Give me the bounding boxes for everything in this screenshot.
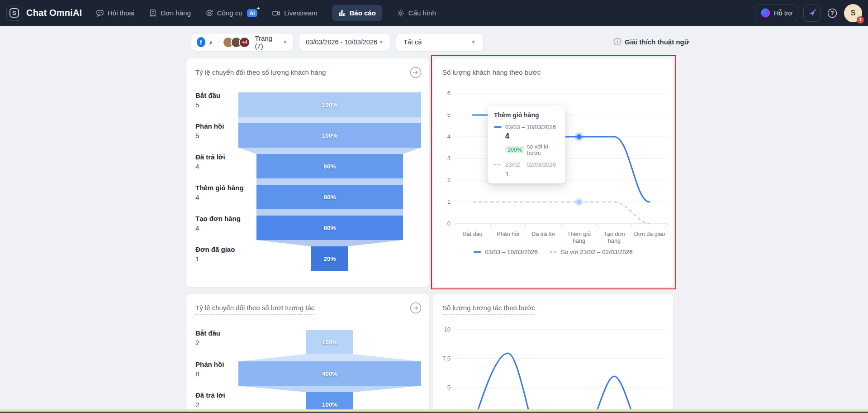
support-button[interactable]: Hỗ trợ bbox=[755, 5, 798, 21]
funnel-step-label: Thêm giỏ hàng4 bbox=[195, 184, 244, 201]
tooltip-previous-value: 1 bbox=[505, 170, 559, 178]
svg-text:10: 10 bbox=[444, 326, 451, 333]
page-selector[interactable]: f ♪ +4 Trang (7) ▼ bbox=[191, 33, 294, 51]
date-range-selector[interactable]: 03/03/2026 - 10/03/2026 ▼ bbox=[299, 33, 390, 51]
svg-text:3: 3 bbox=[447, 155, 451, 162]
funnel-bar[interactable]: 20% bbox=[311, 246, 348, 271]
current-period-marker bbox=[577, 134, 582, 139]
svg-text:6: 6 bbox=[447, 90, 451, 96]
svg-text:Tạo đơn: Tạo đơn bbox=[603, 231, 625, 237]
card-line-customers: Số lượng khách hàng theo bước 6 5 4 3 2 … bbox=[433, 58, 674, 288]
svg-text:Thêm giỏ: Thêm giỏ bbox=[567, 231, 591, 237]
solid-line-swatch bbox=[474, 251, 481, 253]
send-plane-button[interactable] bbox=[803, 5, 821, 22]
card-title: Tỷ lệ chuyển đổi theo số lượng khách hàn… bbox=[195, 68, 326, 79]
nav-item-reports[interactable]: Báo cáo bbox=[332, 5, 382, 21]
funnel-bar[interactable]: 100% bbox=[238, 92, 421, 117]
legend-previous[interactable]: So với:23/02 – 02/03/2026 bbox=[550, 249, 633, 255]
svg-text:Bắt đầu: Bắt đầu bbox=[463, 231, 482, 237]
funnel-bar[interactable]: 100% bbox=[238, 123, 421, 148]
svg-text:Đơn đã giao: Đơn đã giao bbox=[634, 231, 665, 237]
current-period-line bbox=[473, 353, 650, 413]
funnel-step-label: Đã trả lời2 bbox=[195, 391, 225, 408]
info-icon bbox=[613, 38, 621, 46]
chevron-down-icon: ▼ bbox=[283, 39, 288, 45]
top-nav: S Chat OmniAI Hội thoại Đơn hàng Công cụ… bbox=[0, 0, 868, 26]
svg-text:0: 0 bbox=[447, 220, 451, 227]
date-range-value: 03/03/2026 - 10/03/2026 bbox=[306, 38, 377, 46]
svg-text:?: ? bbox=[830, 10, 834, 16]
nav-right-cluster: Hỗ trợ ? S 1 bbox=[755, 0, 862, 26]
previous-period-marker bbox=[577, 200, 581, 204]
bar-chart-icon bbox=[338, 9, 346, 17]
nav-item-conversations[interactable]: Hội thoại bbox=[96, 9, 134, 17]
notification-badge: 1 bbox=[857, 16, 864, 24]
receipt-icon bbox=[149, 9, 157, 17]
funnel-step-label: Phản hồi5 bbox=[195, 122, 224, 139]
funnel-step-label: Bắt đầu2 bbox=[195, 329, 220, 346]
svg-text:hàng: hàng bbox=[573, 238, 585, 244]
page-avatars: +4 bbox=[223, 37, 250, 48]
ai-badge: AI✦ bbox=[247, 9, 258, 17]
sparkle-icon: ✦ bbox=[256, 6, 260, 11]
nav-item-orders[interactable]: Đơn hàng bbox=[149, 9, 191, 17]
open-detail-arrow-icon[interactable] bbox=[410, 302, 422, 314]
question-icon: ? bbox=[827, 8, 838, 19]
channel-selector[interactable]: Tất cả ▼ bbox=[396, 33, 484, 51]
page-avatar-more: +4 bbox=[239, 37, 250, 48]
card-funnel-customers: Tỷ lệ chuyển đổi theo số lượng khách hàn… bbox=[186, 58, 429, 288]
chat-icon bbox=[96, 9, 104, 17]
funnel-step-label: Bắt đầu5 bbox=[195, 91, 220, 109]
main-menu: Hội thoại Đơn hàng Công cụ AI✦ Livestrea… bbox=[96, 0, 436, 26]
tools-sync-icon bbox=[205, 9, 213, 17]
legend-current[interactable]: 03/03 – 10/03/2026 bbox=[474, 249, 537, 255]
user-avatar[interactable]: S 1 bbox=[844, 4, 862, 22]
tiktok-icon: ♪ bbox=[207, 37, 215, 47]
app-logo[interactable]: S bbox=[6, 5, 22, 21]
delta-badge: 300% bbox=[505, 146, 524, 154]
tooltip-step: Thêm giỏ hàng bbox=[494, 111, 559, 119]
page-selector-label: Trang (7) bbox=[255, 34, 278, 50]
nav-item-livestream[interactable]: Livestream bbox=[272, 9, 317, 17]
tooltip-delta: 300%so với kì trước bbox=[505, 144, 559, 156]
card-line-interactions: Số lượng tương tác theo bước 10 7.5 5 bbox=[433, 293, 674, 413]
paper-plane-icon bbox=[807, 9, 816, 18]
help-button[interactable]: ? bbox=[825, 6, 839, 20]
funnel-step-label: Đã trả lời4 bbox=[195, 153, 225, 170]
funnel-step-label: Đơn đã giao1 bbox=[195, 245, 235, 263]
funnel-step-label: Tạo đơn hàng4 bbox=[195, 215, 241, 232]
svg-text:Phản hồi: Phản hồi bbox=[497, 231, 519, 237]
facebook-icon: f bbox=[197, 37, 205, 47]
chart-legend: 03/03 – 10/03/2026 So với:23/02 – 02/03/… bbox=[433, 249, 673, 255]
tooltip-current-value: 4 bbox=[505, 132, 559, 140]
previous-period-line bbox=[473, 202, 650, 224]
svg-text:1: 1 bbox=[447, 198, 451, 205]
funnel-bar[interactable]: 80% bbox=[256, 216, 403, 240]
funnel-bar[interactable]: 100% bbox=[306, 330, 353, 354]
dashed-line-swatch bbox=[494, 164, 502, 165]
open-detail-arrow-icon[interactable] bbox=[410, 67, 422, 78]
interactions-line-chart: 10 7.5 5 bbox=[433, 294, 674, 413]
card-title: Tỷ lệ chuyển đổi theo số lượt tương tác bbox=[195, 304, 314, 315]
funnel-step-label: Phản hồi8 bbox=[195, 360, 224, 378]
svg-text:5: 5 bbox=[447, 384, 451, 391]
nav-item-tools[interactable]: Công cụ AI✦ bbox=[205, 9, 257, 17]
svg-text:hàng: hàng bbox=[608, 238, 621, 244]
chart-tooltip: Thêm giỏ hàng 03/03 – 10/03/2026 4 300%s… bbox=[488, 106, 565, 183]
app-title: Chat OmniAI bbox=[26, 0, 82, 26]
svg-text:4: 4 bbox=[447, 133, 451, 140]
svg-text:5: 5 bbox=[447, 111, 451, 118]
svg-text:Đã trả lời: Đã trả lời bbox=[531, 231, 555, 237]
svg-text:2: 2 bbox=[447, 177, 451, 183]
svg-text:7.5: 7.5 bbox=[442, 355, 451, 362]
chevron-down-icon: ▼ bbox=[379, 39, 384, 45]
funnel-bar[interactable]: 400% bbox=[238, 361, 421, 386]
video-icon bbox=[272, 9, 280, 17]
nav-item-settings[interactable]: Cấu hình bbox=[397, 9, 436, 17]
gear-icon bbox=[397, 9, 405, 17]
glossary-link[interactable]: Giải thích thuật ngữ bbox=[613, 38, 689, 46]
chevron-down-icon: ▼ bbox=[471, 39, 476, 45]
funnel-bar[interactable]: 80% bbox=[256, 154, 403, 178]
channel-value: Tất cả bbox=[403, 38, 422, 46]
funnel-bar[interactable]: 80% bbox=[256, 185, 403, 209]
